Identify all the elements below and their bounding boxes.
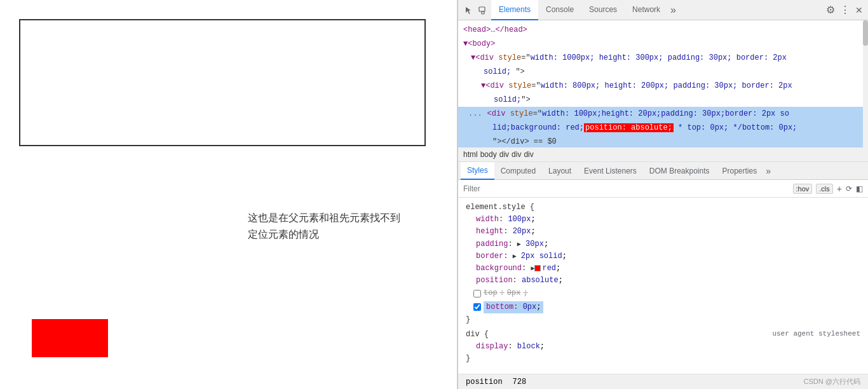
style-prop-top-row: top: 0px; [466, 287, 860, 300]
tab-console[interactable]: Console [538, 0, 581, 20]
body-tag: ▼<body> [463, 39, 495, 48]
sub-tab-styles[interactable]: Styles [461, 162, 494, 180]
style-prop-border[interactable]: border: ▶ 2px solid; [466, 250, 860, 263]
collapse-icon[interactable]: ◧ [856, 184, 863, 193]
cursor-icon[interactable] [463, 4, 475, 16]
div-rule: div { user agent stylesheet display: blo… [458, 327, 868, 367]
tab-elements[interactable]: Elements [491, 0, 538, 20]
breadcrumb: html body div div div [458, 147, 868, 162]
element-style-selector[interactable]: element.style { [466, 201, 860, 214]
tabs-more-button[interactable]: » [668, 4, 679, 16]
sub-tab-dom-breakpoints[interactable]: DOM Breakpoints [643, 162, 716, 180]
element-style-close: } [466, 314, 860, 326]
bottom-bar: position 728 CSDN @六行代码 [458, 374, 868, 389]
devtools-tabs: Elements Console Sources Network » [491, 0, 824, 20]
tree-line-div1[interactable]: ▼<div style="width: 1000px; height: 300p… [458, 51, 868, 65]
div-rule-source: user agent stylesheet [772, 329, 860, 340]
breadcrumb-body[interactable]: body [480, 150, 497, 159]
box-icon[interactable] [477, 4, 489, 16]
tree-line-head[interactable]: <head>…</head> [458, 23, 868, 37]
element-style-rule: element.style { width: 100px; height: 20… [458, 200, 868, 327]
filter-actions: :hov .cls + ⟳ ◧ [793, 184, 863, 194]
filter-input[interactable] [463, 184, 788, 193]
tab-network[interactable]: Network [625, 0, 668, 20]
chinese-text: 这也是在父元素和祖先元素找不到 定位元素的情况 [248, 210, 400, 242]
devtools-content: <head>…</head> ▼<body> ▼<div style="widt… [458, 20, 868, 389]
webpage-preview: 这也是在父元素和祖先元素找不到 定位元素的情况 [0, 0, 458, 389]
sub-tab-event-listeners[interactable]: Event Listeners [578, 162, 643, 180]
hov-button[interactable]: :hov [793, 184, 813, 194]
bottom-value: 728 [513, 378, 527, 386]
div-display-prop[interactable]: display: block; [466, 341, 860, 353]
elements-tree-panel: <head>…</head> ▼<body> ▼<div style="widt… [458, 20, 868, 147]
filter-bar: :hov .cls + ⟳ ◧ [458, 180, 868, 198]
sub-tab-properties[interactable]: Properties [716, 162, 764, 180]
devtools-topbar: Elements Console Sources Network » ⚙ ⋮ ✕ [458, 0, 868, 20]
breadcrumb-html[interactable]: html [463, 150, 478, 159]
tree-line-div2[interactable]: ▼<div style="width: 800px; height: 200px… [458, 79, 868, 93]
tree-line-div3b[interactable]: lid;background: red;position: absolute; … [458, 121, 868, 135]
head-tag: <head>…</head> [463, 25, 527, 34]
tree-line-div3[interactable]: ... <div style="width: 100px;height: 20p… [458, 107, 868, 121]
tree-line-div3c[interactable]: "></div> == $0 [458, 135, 868, 147]
breadcrumb-div2[interactable]: div [512, 150, 521, 159]
tab-sources[interactable]: Sources [581, 0, 625, 20]
outer-box [19, 19, 426, 146]
tree-line-div1b[interactable]: solid; "> [458, 65, 868, 79]
ellipsis-icon: ... [463, 108, 482, 119]
sub-tab-layout[interactable]: Layout [542, 162, 578, 180]
top-checkbox[interactable] [473, 290, 481, 297]
style-prop-background[interactable]: background: ▶red; [466, 263, 860, 275]
position-highlight: position: absolute; [584, 123, 674, 132]
add-style-button[interactable]: + [837, 184, 842, 194]
tree-scrollbar[interactable] [863, 20, 868, 147]
style-prop-height[interactable]: height: 20px; [466, 226, 860, 238]
bottom-prop: position [466, 378, 503, 386]
sub-tabs-more[interactable]: » [763, 166, 773, 176]
watermark: CSDN @六行代码 [804, 377, 860, 386]
breadcrumb-div3[interactable]: div [524, 150, 533, 159]
breadcrumb-div1[interactable]: div [499, 150, 509, 159]
style-prop-padding[interactable]: padding: ▶ 30px; [466, 238, 860, 250]
style-prop-bottom-row: bottom: 0px; [466, 301, 860, 314]
div-tag-1: ▼< [471, 53, 480, 62]
svg-rect-0 [479, 7, 485, 11]
html-tree: <head>…</head> ▼<body> ▼<div style="widt… [458, 20, 868, 147]
style-prop-top[interactable]: top [484, 287, 498, 299]
tree-scrollbar-thumb[interactable] [863, 20, 868, 46]
settings-icon[interactable]: ⚙ [826, 4, 835, 16]
red-box [32, 319, 108, 357]
svg-rect-1 [482, 11, 484, 14]
sub-tabs: Styles Computed Layout Event Listeners D… [458, 162, 868, 180]
refresh-computed-icon[interactable]: ⟳ [846, 184, 852, 193]
bottom-highlighted-value[interactable]: bottom: 0px; [484, 301, 543, 313]
div-rule-header[interactable]: div { user agent stylesheet [466, 329, 860, 341]
cls-button[interactable]: .cls [816, 184, 833, 194]
style-prop-position[interactable]: position: absolute; [466, 275, 860, 287]
style-prop-width[interactable]: width: 100px; [466, 214, 860, 226]
div-rule-close: } [466, 353, 860, 365]
devtools-panel: Elements Console Sources Network » ⚙ ⋮ ✕… [458, 0, 868, 389]
tree-line-body[interactable]: ▼<body> [458, 37, 868, 51]
sub-tab-computed[interactable]: Computed [494, 162, 542, 180]
devtools-actions: ⚙ ⋮ ✕ [826, 4, 863, 16]
tree-line-div2b[interactable]: solid;"> [458, 93, 868, 107]
color-swatch-red[interactable] [534, 265, 541, 271]
close-icon[interactable]: ✕ [855, 5, 863, 15]
more-options-icon[interactable]: ⋮ [840, 4, 850, 16]
bottom-checkbox[interactable] [473, 303, 481, 311]
styles-content: element.style { width: 100px; height: 20… [458, 198, 868, 374]
